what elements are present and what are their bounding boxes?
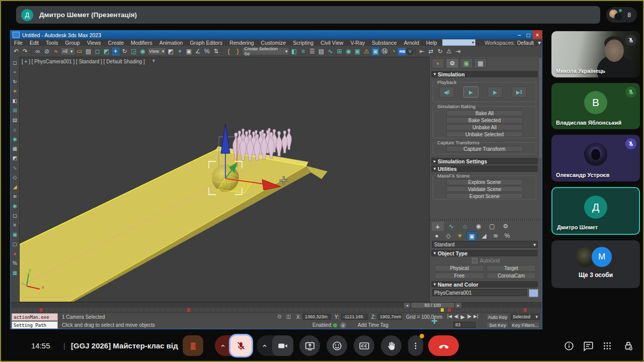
- tool-icon[interactable]: ▢: [11, 239, 19, 249]
- mic-toggle-button[interactable]: [230, 335, 252, 356]
- free-button[interactable]: Free: [435, 273, 484, 279]
- time-slider[interactable]: ◂ 83 / 100 ▸: [11, 302, 542, 308]
- explore-scene-button[interactable]: Explore Scene: [446, 179, 523, 185]
- object-type-rollout[interactable]: ▾Object Type: [431, 250, 538, 256]
- helpers-category-icon[interactable]: ◢: [479, 231, 489, 240]
- chat-button[interactable]: [578, 335, 598, 356]
- frame14-icon[interactable]: ⑭: [380, 47, 389, 56]
- menu-vray[interactable]: V-Ray: [347, 40, 368, 46]
- simulation-settings-rollout[interactable]: ▸Simulation Settings: [431, 158, 538, 164]
- workspace-select[interactable]: Default: [517, 40, 534, 46]
- reference-coordsys-dropdown[interactable]: View▾: [147, 47, 167, 55]
- menu-edit[interactable]: Edit: [26, 40, 42, 46]
- tool-icon[interactable]: ≋: [11, 192, 19, 201]
- participant-tile-vladyslav[interactable]: В Владислав Яблонський: [551, 83, 640, 129]
- plug-icon[interactable]: ⚠: [444, 47, 453, 56]
- keyframe[interactable]: [40, 308, 43, 312]
- viewport[interactable]: [ + ] [ PhysCamera001 ] [ Standard ] [ D…: [19, 57, 430, 302]
- add-time-tag[interactable]: Add Time Tag: [358, 322, 388, 328]
- keyframe-current[interactable]: [441, 308, 444, 312]
- snap-box-icon[interactable]: ▣: [184, 47, 193, 56]
- simulation-rollout[interactable]: ▾Simulation: [431, 71, 538, 77]
- massfx-tools-tab[interactable]: ⚙: [446, 58, 459, 68]
- camera-toggle-button[interactable]: [272, 335, 293, 356]
- keyframe[interactable]: [187, 308, 190, 312]
- activities-button[interactable]: [597, 335, 617, 356]
- tool-icon[interactable]: ◧: [11, 96, 19, 106]
- menu-help[interactable]: Help: [423, 40, 441, 46]
- tool-icon[interactable]: ▦: [11, 268, 19, 278]
- step-simulation-button[interactable]: ▶‖: [512, 86, 527, 98]
- link-icon[interactable]: ∞: [33, 47, 42, 56]
- export-icon[interactable]: ⇤: [417, 47, 426, 56]
- slider-left-arrow[interactable]: ◂: [404, 303, 410, 308]
- raise-hand-button[interactable]: [381, 335, 401, 356]
- bind-spacewarp-icon[interactable]: ≈: [51, 47, 60, 56]
- participants-chip[interactable]: 8: [606, 7, 637, 23]
- named-selection-sets[interactable]: Create Selection Se▾: [242, 47, 289, 55]
- menu-arnold[interactable]: Arnold: [400, 40, 423, 46]
- brace-right-icon[interactable]: }: [233, 47, 242, 56]
- tool-icon[interactable]: ◢: [11, 182, 19, 192]
- transform-gizmo-icon[interactable]: ◫: [286, 314, 291, 319]
- tool-icon[interactable]: %: [11, 258, 19, 268]
- shapes-category-icon[interactable]: ◇: [443, 231, 453, 240]
- massfx-world-tab[interactable]: ◐: [432, 58, 445, 68]
- geometry-category-icon[interactable]: ●: [432, 231, 442, 240]
- systems-category-icon[interactable]: %: [502, 231, 512, 240]
- tool-icon[interactable]: ▣: [11, 230, 19, 239]
- menu-file[interactable]: File: [11, 40, 26, 46]
- angle-snap-icon[interactable]: ∠: [193, 47, 202, 56]
- participant-tile-mykola[interactable]: Микола Українець: [551, 31, 640, 77]
- menu-group[interactable]: Group: [62, 40, 84, 46]
- present-screen-button[interactable]: [299, 335, 320, 356]
- menu-rendering[interactable]: Rendering: [226, 40, 257, 46]
- menu-create[interactable]: Create: [105, 40, 128, 46]
- mirror-icon[interactable]: ◧: [289, 47, 298, 56]
- maximize-button[interactable]: □: [524, 30, 533, 40]
- panel-scrollbar[interactable]: [539, 58, 541, 158]
- massfx-display-tab[interactable]: ▦: [474, 58, 487, 68]
- curve-editor-icon[interactable]: ∿: [326, 47, 335, 56]
- modify-tab[interactable]: ∿: [445, 222, 457, 231]
- participant-tile-oleksandr[interactable]: Олександр Устроєв: [551, 135, 640, 182]
- time-slider-thumb[interactable]: 83 / 100: [411, 303, 454, 308]
- track-bar[interactable]: [11, 308, 542, 312]
- tool-icon[interactable]: ◻: [11, 58, 19, 67]
- redo-icon[interactable]: ↷: [21, 47, 30, 56]
- schematic-view-icon[interactable]: ⊞: [335, 47, 344, 56]
- snap-toggle-icon[interactable]: +: [175, 47, 184, 56]
- brace-left-icon[interactable]: {: [224, 47, 233, 56]
- utilities-rollout[interactable]: ▾Utilities: [431, 165, 538, 172]
- z-coordinate-field[interactable]: 1902,7mm: [378, 314, 402, 320]
- host-controls-button[interactable]: [618, 335, 638, 356]
- y-coordinate-field[interactable]: -1121,165: [341, 314, 368, 320]
- capture-transform-button[interactable]: Capture Transform: [446, 146, 523, 152]
- enabled-zero-badge[interactable]: 0: [340, 322, 346, 328]
- meeting-details-button[interactable]: [558, 335, 579, 356]
- auto-key-button[interactable]: Auto Key: [487, 314, 509, 320]
- window-titlebar[interactable]: Untitled - Autodesk 3ds Max 2023 − □ ×: [11, 31, 542, 39]
- play-icon[interactable]: ▶: [461, 314, 465, 320]
- scene-explorer-icon[interactable]: ▤: [316, 47, 326, 56]
- menu-substance[interactable]: Substance: [368, 40, 400, 46]
- tool-icon[interactable]: ◉: [11, 201, 19, 211]
- current-frame-field[interactable]: 83: [453, 322, 475, 328]
- import-icon[interactable]: ⇥: [453, 47, 462, 56]
- menu-tools[interactable]: Tools: [42, 40, 62, 46]
- tool-icon[interactable]: ●: [11, 249, 19, 258]
- presenter-bar[interactable]: Д Дмитро Шемет (Презентація): [16, 6, 600, 24]
- physical-button[interactable]: Physical: [435, 265, 484, 272]
- unbake-all-button[interactable]: Unbake All: [446, 124, 523, 130]
- coronacam-button[interactable]: CoronaCam: [487, 273, 536, 279]
- prev-frame-icon[interactable]: ◀|: [454, 314, 458, 320]
- tool-icon[interactable]: ∿: [11, 163, 19, 172]
- leave-room-button[interactable]: [183, 335, 203, 356]
- go-to-start-icon[interactable]: |◀: [447, 314, 452, 320]
- tool-icon[interactable]: ▤: [11, 115, 19, 125]
- tool-icon[interactable]: ◩: [11, 153, 19, 163]
- tool-icon[interactable]: ⊞: [11, 106, 19, 115]
- tool-icon[interactable]: +: [11, 67, 19, 77]
- go-to-end-icon[interactable]: ▶|: [473, 314, 478, 320]
- captions-button[interactable]: [354, 335, 374, 356]
